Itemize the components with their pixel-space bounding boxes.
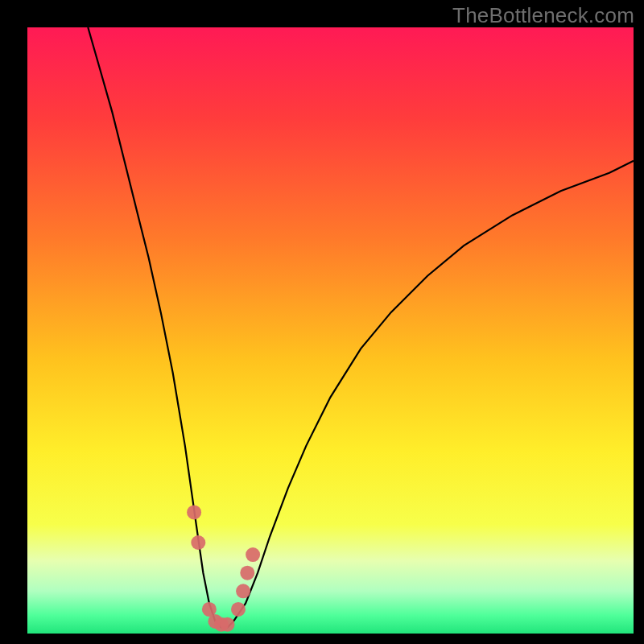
bottleneck-curve bbox=[88, 27, 634, 628]
highlight-marker bbox=[236, 584, 250, 598]
highlight-marker bbox=[221, 617, 235, 632]
highlight-marker bbox=[231, 602, 246, 617]
curve-layer bbox=[27, 27, 634, 634]
chart-frame: TheBottleneck.com bbox=[0, 0, 644, 644]
highlight-marker bbox=[246, 547, 260, 562]
highlight-marker bbox=[187, 505, 201, 519]
plot-area bbox=[27, 27, 634, 634]
highlight-marker bbox=[191, 535, 205, 550]
highlight-marker bbox=[240, 566, 254, 580]
marker-group bbox=[187, 505, 260, 631]
watermark-text: TheBottleneck.com bbox=[452, 3, 634, 28]
